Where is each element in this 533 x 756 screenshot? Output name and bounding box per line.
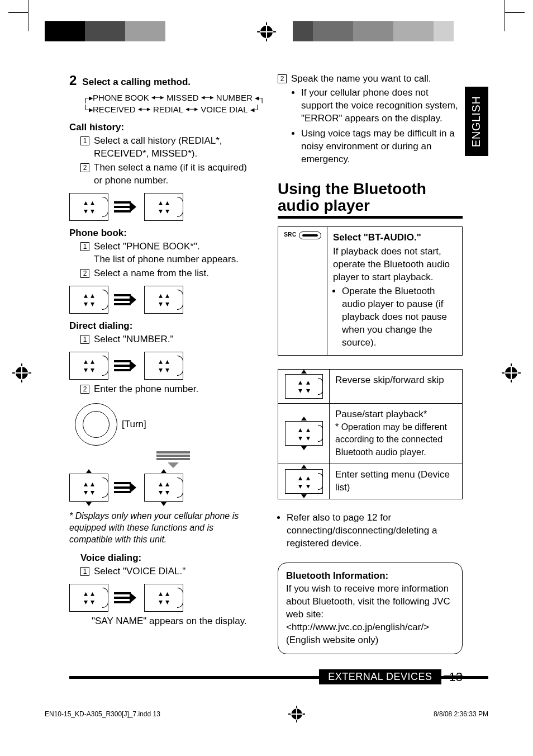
control-illustration: ▴▾ ▴▾ ▴▾ ▴▾ bbox=[69, 352, 254, 380]
src-label: SRC bbox=[284, 231, 297, 238]
skip-button-icon: ▴▾ ▴▾ bbox=[69, 584, 108, 612]
control-desc-sub: * Operation may be different according t… bbox=[335, 422, 447, 457]
knob-icon bbox=[75, 403, 117, 446]
control-desc: Enter setting menu (Device list) bbox=[330, 464, 462, 499]
bluetooth-info-box: Bluetooth Information: If you wish to re… bbox=[278, 563, 463, 654]
flow-missed: MISSED bbox=[166, 92, 199, 103]
skip-button-icon: ▴▾ ▴▾ bbox=[144, 286, 183, 314]
trim-mark bbox=[8, 12, 28, 13]
control-icon-cell: ▴▾ ▴▾ bbox=[278, 464, 330, 499]
src-heading: Select "BT-AUDIO." bbox=[333, 231, 456, 244]
control-desc: Reverse skip/forward skip bbox=[330, 370, 462, 403]
right-column: 2 Speak the name you want to call. If yo… bbox=[278, 73, 488, 683]
knob-illustration: [Turn] bbox=[75, 403, 254, 446]
voice-dialing-head: Voice dialing: bbox=[80, 552, 254, 564]
speak-name-step: Speak the name you want to call. bbox=[291, 73, 463, 86]
control-desc: Pause/start playback* bbox=[335, 409, 427, 419]
refer-note: Refer also to page 12 for connecting/dis… bbox=[287, 512, 463, 550]
left-column: 2 Select a calling method. ┌▸ PHONE BOOK… bbox=[69, 73, 258, 683]
skip-button-icon: ▴▾ ▴▾ bbox=[285, 421, 323, 446]
info-body: If you wish to receive more information … bbox=[286, 583, 450, 645]
bullet-item: Using voice tags may be difficult in a n… bbox=[301, 127, 463, 166]
step-2-heading: 2 Select a calling method. bbox=[69, 73, 254, 88]
table-row: ▴▾ ▴▾ Reverse skip/forward skip bbox=[278, 370, 462, 403]
voice-dialing-result: "SAY NAME" appears on the display. bbox=[92, 615, 254, 628]
down-arrows-icon bbox=[92, 451, 254, 468]
registration-mark-icon bbox=[257, 22, 276, 41]
src-button-icon bbox=[299, 231, 321, 239]
then-arrow-icon bbox=[114, 592, 131, 603]
calling-method-flow: ┌▸ PHONE BOOK ◂─▸ MISSED ◂─▸ NUMBER ◂┐ └… bbox=[83, 92, 254, 115]
section-name: EXTERNAL DEVICES bbox=[319, 669, 441, 684]
flow-voice-dial: VOICE DIAL bbox=[201, 103, 248, 115]
control-illustration: ▴▾ ▴▾ ▴▾ ▴▾ bbox=[69, 474, 254, 502]
step-number-box: 2 bbox=[278, 74, 287, 83]
voice-dialing-step1: Select "VOICE DIAL." bbox=[94, 565, 254, 578]
skip-button-icon: ▴▾ ▴▾ bbox=[69, 474, 108, 502]
flow-phone-book: PHONE BOOK bbox=[93, 92, 149, 103]
list-item: 2 Speak the name you want to call. bbox=[278, 73, 463, 86]
skip-button-icon: ▴▾ ▴▾ bbox=[144, 352, 183, 380]
table-row: ▴▾ ▴▾ Pause/start playback* * Operation … bbox=[278, 403, 462, 464]
skip-button-icon: ▴▾ ▴▾ bbox=[144, 584, 183, 612]
flow-received: RECEIVED bbox=[93, 103, 136, 115]
list-item: 2 Select a name from the list. bbox=[80, 267, 254, 280]
src-text-cell: Select "BT-AUDIO." If playback does not … bbox=[327, 227, 462, 355]
control-illustration: ▴▾ ▴▾ ▴▾ ▴▾ bbox=[69, 584, 254, 612]
control-illustration: ▴▾ ▴▾ ▴▾ ▴▾ bbox=[69, 286, 254, 314]
list-item: 1 Select "PHONE BOOK*". The list of phon… bbox=[80, 240, 254, 266]
imprint-file: EN10-15_KD-A305_R300[J]_7.indd 13 bbox=[45, 710, 160, 718]
control-icon-cell: ▴▾ ▴▾ bbox=[278, 404, 330, 464]
src-bullet: Operate the Bluetooth audio player to pa… bbox=[342, 285, 456, 349]
then-arrow-icon bbox=[114, 294, 131, 305]
call-history-text: Select a call history (REDIAL*, RECEIVED… bbox=[94, 135, 254, 160]
section-title: Using the Bluetooth audio player bbox=[278, 181, 463, 215]
list-item: 1 Select a call history (REDIAL*, RECEIV… bbox=[80, 135, 254, 160]
list-item: 2 Enter the phone number. bbox=[80, 383, 254, 396]
direct-dialing-step2: Enter the phone number. bbox=[94, 383, 254, 396]
skip-button-icon: ▴▾ ▴▾ bbox=[285, 469, 323, 494]
trim-mark bbox=[505, 12, 525, 13]
registration-mark-icon bbox=[12, 363, 31, 382]
section-title-rule bbox=[278, 216, 463, 219]
trim-mark bbox=[28, 0, 28, 31]
print-imprint: EN10-15_KD-A305_R300[J]_7.indd 13 8/8/08… bbox=[45, 706, 488, 722]
phone-book-step1: Select "PHONE BOOK*". bbox=[94, 241, 200, 252]
registration-mark-icon bbox=[288, 706, 305, 722]
src-button-cell: SRC bbox=[278, 227, 327, 355]
then-arrow-icon bbox=[114, 201, 131, 212]
src-instruction-box: SRC Select "BT-AUDIO." If playback does … bbox=[278, 226, 463, 355]
direct-dialing-head: Direct dialing: bbox=[69, 320, 254, 332]
info-head: Bluetooth Information: bbox=[286, 570, 388, 581]
warning-bullets: If your cellular phone does not support … bbox=[291, 87, 463, 166]
then-arrow-icon bbox=[114, 360, 131, 371]
step-label: Select a calling method. bbox=[82, 77, 191, 88]
color-bar-left bbox=[45, 21, 240, 41]
phone-book-text: Select "PHONE BOOK*". The list of phone … bbox=[94, 240, 254, 266]
print-registration-area bbox=[0, 0, 533, 39]
skip-button-icon: ▴▾ ▴▾ bbox=[69, 352, 108, 380]
phone-book-step2: Select a name from the list. bbox=[94, 267, 254, 280]
phone-book-substep: The list of phone number appears. bbox=[94, 254, 239, 264]
page-footer: EXTERNAL DEVICES 13 bbox=[69, 676, 488, 684]
list-item: 1 Select "NUMBER." bbox=[80, 333, 254, 346]
call-history-head: Call history: bbox=[69, 122, 254, 133]
step-number-box: 2 bbox=[80, 163, 89, 172]
step-number-box: 1 bbox=[80, 242, 89, 251]
phone-book-head: Phone book: bbox=[69, 228, 254, 239]
control-desc-cell: Pause/start playback* * Operation may be… bbox=[330, 404, 462, 464]
skip-button-icon: ▴▾ ▴▾ bbox=[69, 286, 108, 314]
section-label-pill: EXTERNAL DEVICES 13 bbox=[319, 669, 463, 684]
control-reference-table: ▴▾ ▴▾ Reverse skip/forward skip ▴▾ ▴▾ bbox=[278, 369, 463, 500]
footnote: * Displays only when your cellular phone… bbox=[69, 511, 254, 545]
knob-label: [Turn] bbox=[122, 419, 146, 430]
imprint-date: 8/8/08 2:36:33 PM bbox=[434, 710, 488, 718]
step-number-box: 1 bbox=[80, 136, 89, 145]
list-item: 2 Then select a name (if it is acquired)… bbox=[80, 162, 254, 187]
color-bar-right bbox=[293, 21, 488, 41]
skip-button-icon: ▴▾ ▴▾ bbox=[285, 374, 323, 399]
step-number-box: 1 bbox=[80, 567, 89, 576]
skip-button-icon: ▴▾ ▴▾ bbox=[69, 193, 108, 221]
step-number: 2 bbox=[69, 73, 77, 88]
step-number-box: 2 bbox=[80, 385, 89, 394]
